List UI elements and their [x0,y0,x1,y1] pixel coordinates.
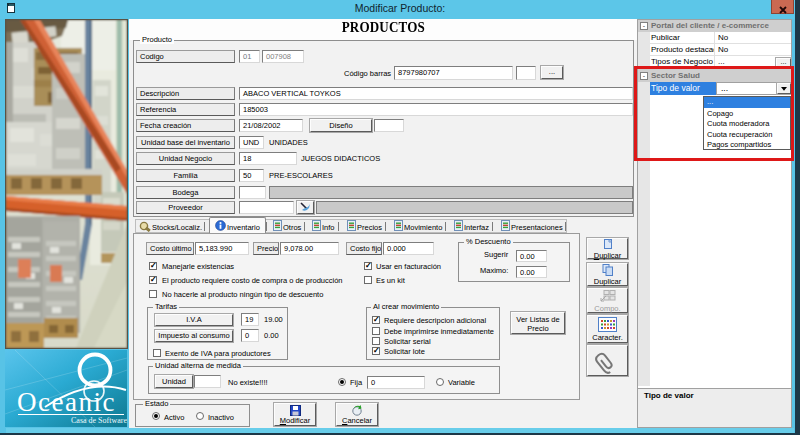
svg-text:Oceanic: Oceanic [17,387,116,417]
svg-text:Casa de Software: Casa de Software [71,416,127,425]
